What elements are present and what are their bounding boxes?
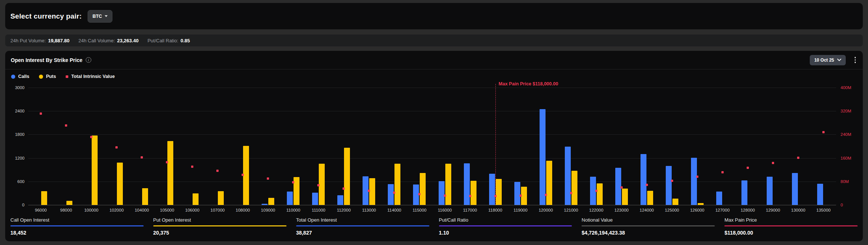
x-tick-label: 135000	[816, 208, 831, 212]
put-bar[interactable]	[394, 164, 400, 205]
put-bar[interactable]	[66, 201, 72, 205]
legend-item-total-intrinsic-value[interactable]: Total Intrinsic Value	[66, 74, 115, 79]
call-bar[interactable]	[439, 181, 445, 205]
chart-plot-area[interactable]: 0060080M1200160M1800240M2400320M3000400M…	[28, 88, 836, 205]
put-bar[interactable]	[142, 188, 148, 205]
intrinsic-value-point[interactable]	[242, 174, 244, 176]
put-bar[interactable]	[546, 161, 552, 205]
call-bar[interactable]	[767, 177, 773, 205]
intrinsic-value-point[interactable]	[444, 195, 446, 197]
legend-item-puts[interactable]: Puts	[39, 74, 56, 79]
call-bar[interactable]	[540, 109, 546, 205]
call-bar[interactable]	[641, 154, 646, 205]
call-bar[interactable]	[287, 192, 293, 205]
kebab-menu-icon[interactable]	[853, 56, 858, 64]
intrinsic-value-point[interactable]	[570, 192, 572, 194]
intrinsic-value-point[interactable]	[595, 190, 597, 192]
intrinsic-value-point[interactable]	[317, 184, 320, 186]
y-left-tick: 1800	[15, 132, 24, 137]
date-selector[interactable]: 10 Oct 25	[810, 55, 845, 65]
call-bar[interactable]	[337, 195, 343, 205]
intrinsic-value-point[interactable]	[545, 194, 547, 196]
intrinsic-value-point[interactable]	[292, 181, 294, 183]
intrinsic-value-point[interactable]	[696, 176, 698, 178]
put-bar[interactable]	[167, 141, 173, 205]
put-bar[interactable]	[92, 135, 98, 205]
call-bar[interactable]	[741, 180, 747, 205]
put-bar[interactable]	[698, 203, 704, 205]
intrinsic-value-point[interactable]	[671, 180, 673, 182]
call-bar[interactable]	[565, 147, 571, 205]
call-bar[interactable]	[464, 163, 470, 205]
call-bar[interactable]	[716, 192, 722, 205]
put-bar[interactable]	[344, 148, 350, 205]
intrinsic-value-point[interactable]	[772, 162, 774, 164]
x-tick-label: 116000	[438, 208, 452, 212]
put-bar[interactable]	[672, 199, 678, 205]
put-bar[interactable]	[268, 198, 274, 205]
put-bar[interactable]	[622, 189, 628, 205]
call-bar[interactable]	[388, 184, 394, 205]
intrinsic-value-point[interactable]	[469, 195, 471, 197]
put-bar[interactable]	[647, 191, 653, 205]
currency-pair-dropdown[interactable]: BTC	[88, 10, 112, 23]
call-bar[interactable]	[817, 184, 823, 205]
stat-underline	[724, 225, 858, 226]
call-bar[interactable]	[489, 174, 495, 205]
stat-underline	[153, 225, 286, 226]
intrinsic-value-point[interactable]	[141, 156, 143, 159]
intrinsic-value-point[interactable]	[343, 187, 345, 190]
intrinsic-value-point[interactable]	[368, 190, 370, 192]
intrinsic-value-point[interactable]	[216, 170, 219, 172]
put-bar[interactable]	[319, 164, 325, 205]
call-bar[interactable]	[514, 182, 520, 205]
intrinsic-value-point[interactable]	[65, 124, 67, 127]
legend-item-calls[interactable]: Calls	[11, 74, 29, 79]
call-bar[interactable]	[792, 173, 798, 205]
call-bar[interactable]	[691, 158, 697, 205]
intrinsic-value-point[interactable]	[191, 166, 193, 168]
put-bar[interactable]	[496, 179, 502, 205]
put-bar[interactable]	[521, 187, 527, 205]
put-bar[interactable]	[597, 183, 603, 205]
call-bar[interactable]	[666, 166, 672, 205]
x-tick-label: 127000	[715, 208, 730, 212]
put-bar[interactable]	[193, 193, 199, 205]
x-tick-label: 130000	[791, 208, 805, 212]
stat-underline	[10, 225, 144, 226]
x-tick-label: 123000	[615, 208, 629, 212]
put-bar[interactable]	[571, 171, 577, 205]
put-bar[interactable]	[471, 181, 476, 205]
put-bar[interactable]	[218, 191, 224, 205]
intrinsic-value-point[interactable]	[721, 171, 724, 173]
intrinsic-value-point[interactable]	[166, 161, 168, 163]
intrinsic-value-point[interactable]	[418, 193, 420, 195]
intrinsic-value-point[interactable]	[646, 184, 648, 186]
info-icon[interactable]: i	[86, 57, 91, 63]
stat-put-open-interest: Put Open Interest20,375	[153, 217, 286, 236]
put-bar[interactable]	[243, 146, 249, 205]
intrinsic-value-point[interactable]	[267, 177, 269, 180]
put-bar[interactable]	[41, 191, 47, 205]
intrinsic-value-point[interactable]	[520, 195, 522, 197]
intrinsic-value-point[interactable]	[40, 112, 42, 115]
call-bar[interactable]	[262, 204, 268, 205]
put-bar[interactable]	[445, 164, 451, 205]
put-bar[interactable]	[420, 173, 426, 205]
intrinsic-value-point[interactable]	[822, 131, 825, 133]
oi-chart[interactable]: 0060080M1200160M1800240M2400320M3000400M…	[10, 84, 858, 216]
put-bar[interactable]	[369, 178, 375, 205]
circle-marker-icon	[39, 75, 43, 79]
put-bar[interactable]	[294, 177, 299, 205]
intrinsic-value-point[interactable]	[90, 136, 92, 138]
intrinsic-value-point[interactable]	[747, 167, 749, 169]
intrinsic-value-point[interactable]	[115, 146, 118, 148]
call-bar[interactable]	[312, 193, 318, 205]
intrinsic-value-point[interactable]	[620, 186, 623, 189]
chart-title: Open Interest By Strike Price	[11, 57, 82, 63]
intrinsic-value-point[interactable]	[797, 157, 799, 159]
volume-stat-value: 0.85	[180, 38, 190, 43]
intrinsic-value-point[interactable]	[393, 192, 395, 194]
put-bar[interactable]	[117, 163, 123, 205]
x-tick-label: 110000	[286, 208, 301, 212]
